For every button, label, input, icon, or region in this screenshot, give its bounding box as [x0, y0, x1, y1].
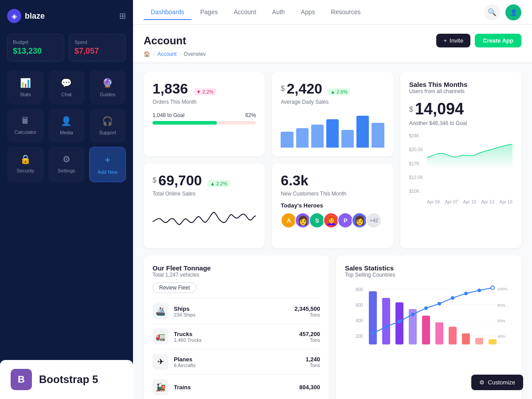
stats-label: Stats [20, 92, 31, 97]
customize-icon: ⚙ [479, 379, 485, 386]
tab-apps[interactable]: Apps [294, 5, 322, 20]
progress-area: 1,048 to Goal 62% [153, 112, 256, 125]
sales-main-row: $ 14,094 [409, 100, 512, 118]
sidebar-item-stats[interactable]: 📊 Stats [7, 70, 44, 104]
customize-button[interactable]: ⚙ Customize [471, 375, 523, 390]
bootstrap-badge: B Bootstrap 5 [0, 360, 133, 399]
add-new-icon: + [105, 154, 110, 166]
tab-account[interactable]: Account [227, 5, 263, 20]
svg-text:200: 200 [356, 334, 363, 339]
fleet-card: Our Fleet Tonnage Total 1,247 vehicles R… [144, 255, 329, 399]
sidebar-item-settings[interactable]: ⚙ Settings [48, 147, 85, 182]
ships-icon: 🚢 [153, 303, 168, 319]
bar-4 [326, 119, 339, 148]
tab-dashboards[interactable]: Dashboards [144, 5, 192, 20]
spent-label: Spent [74, 39, 120, 45]
ships-count: 234 Ships [174, 312, 289, 317]
total-online-card: $ 69,700 ▲ 2.2% Total Online Sales [144, 164, 265, 248]
svg-rect-16 [475, 338, 483, 344]
hero-avatar-6: 👩 [352, 212, 368, 228]
sales-main-value: 14,094 [415, 100, 464, 118]
sidebar-header: ◈ blaze ⊞ [7, 9, 126, 23]
breadcrumb-home[interactable]: 🏠 [144, 51, 150, 57]
svg-point-27 [491, 286, 494, 289]
topnav-right: 🔍 👤 [484, 4, 521, 20]
daily-sales-label: Average Daily Sales [281, 99, 384, 105]
svg-rect-15 [462, 333, 470, 344]
sales-stats-sub: Top Selling Countries [345, 272, 512, 278]
stats-icon: 📊 [20, 78, 31, 88]
security-icon: 🔒 [20, 154, 31, 164]
total-online-value: 69,700 [158, 172, 202, 188]
hero-avatar-1: A [281, 212, 297, 228]
sales-line-chart [427, 133, 512, 168]
svg-point-19 [384, 325, 388, 329]
svg-rect-9 [382, 298, 390, 344]
budget-card: Budget $13,230 [7, 34, 64, 62]
trucks-icon: 🚛 [153, 329, 168, 344]
hero-count: +42 [366, 212, 382, 228]
sidebar-item-security[interactable]: 🔒 Security [7, 147, 44, 182]
page-title: Account [144, 35, 186, 47]
heroes-avatars: A 👩 S 👩‍🦰 P 👩 +42 [281, 212, 384, 228]
tab-resources[interactable]: Resources [324, 5, 368, 20]
user-avatar[interactable]: 👤 [505, 4, 521, 20]
tab-auth[interactable]: Auth [265, 5, 292, 20]
svg-text:80%: 80% [497, 303, 505, 308]
sidebar-item-guides[interactable]: 🔮 Guides [89, 70, 126, 104]
budget-label: Budget [13, 39, 59, 45]
bar-5 [341, 130, 354, 148]
tab-pages[interactable]: Pages [193, 5, 225, 20]
bootstrap-text: Bootstrap 5 [39, 373, 98, 386]
sidebar-item-calculator[interactable]: 🖩 Calculator [7, 109, 44, 142]
trains-name: Trains [174, 384, 294, 391]
fleet-item-ships: 🚢 Ships 234 Ships 2,345,500 Tons [153, 298, 320, 324]
sales-month-card: Sales This Months Users from all channel… [400, 72, 521, 248]
ships-name: Ships [174, 305, 289, 312]
media-icon: 👤 [61, 116, 72, 126]
sidebar-item-chat[interactable]: 💬 Chat [48, 70, 85, 104]
heroes-section: Today's Heroes A 👩 S 👩‍🦰 P 👩 +42 [281, 202, 384, 228]
logo-icon: ◈ [7, 9, 21, 23]
fleet-sub: Total 1,247 vehicles [153, 272, 320, 278]
total-online-row: $ 69,700 ▲ 2.2% [153, 172, 256, 189]
sidebar-item-media[interactable]: 👤 Media [48, 109, 85, 142]
create-app-button[interactable]: Create App [475, 34, 521, 47]
content-area: 1,836 ▼ 2.2% Orders This Month 1,048 to … [133, 63, 532, 399]
topnav: Dashboards Pages Account Auth Apps Resou… [133, 0, 532, 25]
bar-7 [372, 123, 384, 148]
daily-sales-card: $ 2,420 ▲ 2.6% Average Daily Sales [272, 72, 393, 156]
sidebar: ◈ blaze ⊞ Budget $13,230 Spent $7,057 📊 … [0, 0, 133, 399]
invite-button[interactable]: + Invite [436, 34, 470, 47]
sales-dollar: $ [409, 106, 413, 113]
budget-value: $13,230 [13, 47, 59, 56]
orders-value: 1,836 [153, 81, 188, 97]
chat-label: Chat [61, 92, 71, 97]
svg-point-21 [411, 313, 415, 316]
svg-point-26 [477, 289, 481, 292]
search-button[interactable]: 🔍 [484, 4, 500, 20]
svg-point-18 [371, 332, 375, 335]
guides-label: Guides [100, 92, 115, 97]
sidebar-item-support[interactable]: 🎧 Support [89, 109, 126, 142]
sidebar-menu-icon[interactable]: ⊞ [119, 11, 126, 21]
guides-icon: 🔮 [102, 78, 113, 88]
ships-value: 2,345,500 [294, 305, 320, 312]
spent-card: Spent $7,057 [69, 34, 126, 62]
bar-6 [356, 116, 369, 148]
nav-grid: 📊 Stats 💬 Chat 🔮 Guides 🖩 Calculator 👤 M… [7, 70, 126, 182]
total-online-label: Total Online Sales [153, 191, 256, 197]
review-fleet-button[interactable]: Review Fleet [153, 282, 196, 293]
wave-svg [153, 204, 256, 239]
hero-avatar-2: 👩 [295, 212, 311, 228]
bar-1 [281, 132, 293, 148]
svg-text:60%: 60% [497, 319, 505, 323]
breadcrumb-account[interactable]: Account [157, 51, 176, 57]
main-content: Dashboards Pages Account Auth Apps Resou… [133, 0, 532, 399]
settings-label: Settings [58, 168, 75, 173]
budget-row: Budget $13,230 Spent $7,057 [7, 34, 126, 62]
sidebar-item-add-new[interactable]: + Add New [89, 147, 126, 182]
trucks-unit: Tons [299, 337, 320, 343]
add-new-label: Add New [98, 169, 117, 175]
support-label: Support [99, 130, 116, 135]
